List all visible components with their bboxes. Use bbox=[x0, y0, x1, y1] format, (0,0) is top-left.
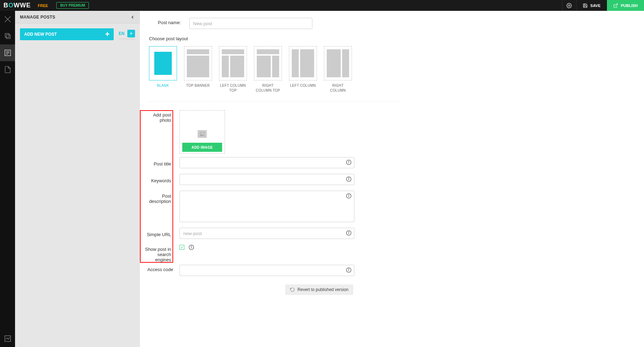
save-button[interactable]: SAVE bbox=[576, 0, 607, 11]
language-label: EN bbox=[119, 31, 125, 36]
svg-rect-2 bbox=[5, 34, 9, 37]
layout-label: RIGHT COLUMN bbox=[324, 83, 352, 93]
post-title-input[interactable] bbox=[179, 157, 354, 168]
save-label: SAVE bbox=[590, 3, 601, 8]
add-new-post-label: ADD NEW POST bbox=[24, 32, 57, 37]
layout-left-column-top[interactable]: LEFT COLUMN TOP bbox=[219, 46, 247, 93]
post-title-label: Post title bbox=[154, 159, 171, 167]
layout-label: RIGHT COLUMN TOP bbox=[254, 83, 282, 93]
simple-url-label: Simple URL bbox=[147, 230, 171, 237]
highlighted-labels: Add post photo Post title Keywords Post … bbox=[140, 110, 173, 263]
svg-point-0 bbox=[568, 5, 570, 6]
show-in-search-checkbox[interactable]: ✓ bbox=[179, 245, 184, 250]
svg-point-10 bbox=[201, 133, 202, 134]
svg-point-16 bbox=[348, 178, 349, 178]
nav-files[interactable] bbox=[0, 61, 15, 78]
layout-label: BLANK bbox=[157, 83, 169, 88]
publish-label: PUBLISH bbox=[621, 3, 638, 8]
show-in-search-label: Show post in search engines bbox=[142, 247, 171, 262]
revert-button[interactable]: Revert to published version bbox=[285, 284, 353, 295]
layout-right-column-top[interactable]: RIGHT COLUMN TOP bbox=[254, 46, 282, 93]
plan-tag: FREE bbox=[38, 3, 48, 8]
add-new-post-button[interactable]: ADD NEW POST + bbox=[20, 28, 114, 40]
layout-right-column[interactable]: RIGHT COLUMN bbox=[324, 46, 352, 93]
add-language-button[interactable]: + bbox=[127, 30, 135, 37]
layout-label: LEFT COLUMN TOP bbox=[219, 83, 247, 93]
file-icon bbox=[4, 66, 12, 73]
language-selector[interactable]: EN + bbox=[119, 30, 135, 39]
nav-pages[interactable] bbox=[0, 28, 15, 44]
layout-left-column[interactable]: LEFT COLUMN bbox=[289, 46, 317, 93]
design-icon bbox=[4, 15, 12, 23]
image-placeholder-icon bbox=[198, 130, 207, 138]
vertical-nav bbox=[0, 11, 15, 316]
panel-title: MANAGE POSTS bbox=[20, 15, 55, 20]
panel-back-button[interactable] bbox=[130, 15, 135, 20]
svg-line-1 bbox=[615, 3, 617, 6]
post-photo-dropzone[interactable]: ADD IMAGE bbox=[179, 110, 225, 154]
post-name-label: Post name: bbox=[149, 18, 189, 25]
layout-top-banner[interactable]: TOP BANNER bbox=[184, 46, 212, 93]
add-image-button[interactable]: ADD IMAGE bbox=[182, 143, 222, 152]
post-description-label: Post description bbox=[142, 193, 171, 204]
main-content: Post name: Choose post layout BLANK TOP … bbox=[140, 11, 644, 316]
info-icon[interactable] bbox=[346, 267, 352, 273]
logo: BOWWE bbox=[3, 2, 31, 9]
post-name-input[interactable] bbox=[189, 18, 312, 29]
plus-icon: + bbox=[105, 30, 109, 38]
layout-label: LEFT COLUMN bbox=[290, 83, 316, 88]
save-icon bbox=[583, 3, 588, 8]
keywords-label: Keywords bbox=[151, 176, 171, 183]
svg-point-19 bbox=[348, 194, 349, 195]
svg-point-28 bbox=[348, 269, 349, 269]
info-icon[interactable] bbox=[346, 160, 352, 165]
pages-icon bbox=[4, 32, 12, 40]
svg-rect-3 bbox=[6, 35, 10, 38]
nav-posts[interactable] bbox=[0, 44, 15, 61]
info-icon[interactable] bbox=[346, 230, 352, 236]
info-icon[interactable] bbox=[189, 245, 194, 250]
nav-design[interactable] bbox=[0, 11, 15, 28]
svg-point-13 bbox=[348, 161, 349, 161]
keywords-input[interactable] bbox=[179, 174, 354, 185]
layout-options: BLANK TOP BANNER LEFT COL bbox=[149, 46, 644, 93]
add-post-photo-label: Add post photo bbox=[142, 112, 171, 123]
info-icon[interactable] bbox=[346, 176, 352, 182]
buy-premium-button[interactable]: BUY PREMIUM bbox=[56, 2, 89, 9]
top-bar: BOWWE FREE BUY PREMIUM SAVE PUBLISH bbox=[0, 0, 644, 11]
posts-icon bbox=[4, 49, 12, 57]
post-description-input[interactable] bbox=[179, 191, 354, 222]
chevron-left-icon bbox=[130, 15, 135, 20]
layout-blank[interactable]: BLANK bbox=[149, 46, 177, 93]
info-icon[interactable] bbox=[346, 193, 352, 199]
simple-url-input[interactable] bbox=[179, 228, 354, 239]
access-code-label: Access code bbox=[147, 267, 173, 272]
access-code-input[interactable] bbox=[179, 265, 354, 276]
choose-layout-label: Choose post layout bbox=[149, 36, 644, 41]
layout-label: TOP BANNER bbox=[186, 83, 210, 88]
gear-icon bbox=[566, 3, 572, 8]
settings-button[interactable] bbox=[562, 0, 576, 11]
publish-icon bbox=[613, 3, 618, 8]
revert-icon bbox=[290, 287, 295, 292]
divider bbox=[149, 101, 399, 102]
side-panel: MANAGE POSTS ADD NEW POST + EN + bbox=[15, 11, 140, 316]
svg-point-22 bbox=[348, 232, 349, 232]
revert-label: Revert to published version bbox=[298, 287, 348, 292]
svg-point-25 bbox=[191, 246, 191, 246]
panel-header: MANAGE POSTS bbox=[15, 11, 140, 23]
check-icon: ✓ bbox=[181, 246, 184, 249]
publish-button[interactable]: PUBLISH bbox=[607, 0, 644, 11]
